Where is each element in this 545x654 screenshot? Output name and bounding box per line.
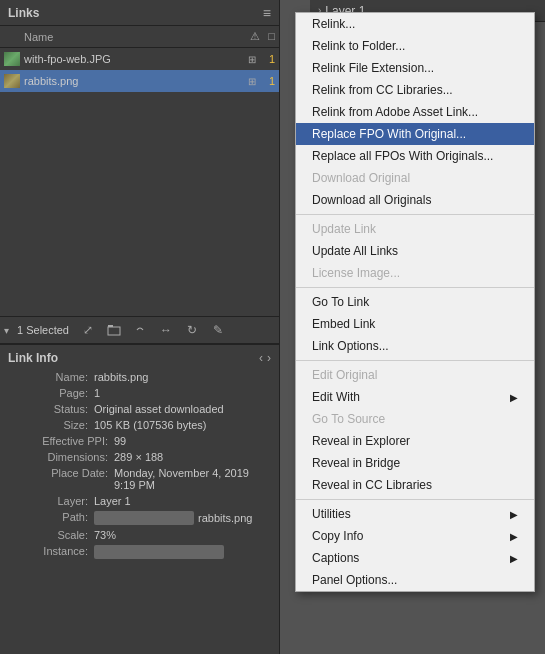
menu-item-label: Replace FPO With Original...	[312, 127, 466, 141]
info-label-page: Page:	[8, 387, 88, 399]
menu-item-label: License Image...	[312, 266, 400, 280]
menu-item-19[interactable]: Reveal in Bridge	[296, 452, 534, 474]
menu-item-13[interactable]: Embed Link	[296, 313, 534, 335]
menu-item-10[interactable]: Update All Links	[296, 240, 534, 262]
menu-item-11: License Image...	[296, 262, 534, 284]
page-number: 1	[263, 53, 275, 65]
menu-separator	[296, 287, 534, 288]
menu-item-label: Edit With	[312, 390, 360, 404]
col-name-header: Name	[4, 31, 250, 43]
menu-item-label: Download all Originals	[312, 193, 431, 207]
embed-button[interactable]: ↔	[155, 320, 177, 340]
menu-item-16[interactable]: Edit With▶	[296, 386, 534, 408]
menu-separator	[296, 360, 534, 361]
table-row[interactable]: rabbits.png ⊞ 1	[0, 70, 279, 92]
info-label-scale: Scale:	[8, 529, 88, 541]
col-icons-header: ⚠ □	[250, 30, 275, 43]
menu-item-6[interactable]: Replace all FPOs With Originals...	[296, 145, 534, 167]
table-row[interactable]: with-fpo-web.JPG ⊞ 1	[0, 48, 279, 70]
thumbnail-rabbit	[4, 74, 20, 88]
panel-header: Links ≡	[0, 0, 279, 26]
status-icon-link: ⊞	[245, 52, 259, 66]
info-row-instance: Instance:	[8, 545, 271, 559]
menu-item-5[interactable]: Replace FPO With Original...	[296, 123, 534, 145]
menu-item-label: Go To Source	[312, 412, 385, 426]
info-value-status: Original asset downloaded	[94, 403, 271, 415]
info-label-instance: Instance:	[8, 545, 88, 559]
menu-item-18[interactable]: Reveal in Explorer	[296, 430, 534, 452]
expand-icon[interactable]: ▾	[4, 325, 9, 336]
row-filename: with-fpo-web.JPG	[24, 53, 245, 65]
info-row-layer: Layer: Layer 1	[8, 495, 271, 507]
panel-toolbar: ▾ 1 Selected ⤢ ↔ ↻ ✎	[0, 316, 279, 344]
table-body: with-fpo-web.JPG ⊞ 1 rabbits.png ⊞ 1	[0, 48, 279, 92]
info-value-place-date: Monday, November 4, 2019 9:19 PM	[114, 467, 271, 491]
menu-item-label: Download Original	[312, 171, 410, 185]
info-label-ppi: Effective PPI:	[8, 435, 108, 447]
menu-item-21[interactable]: Utilities▶	[296, 503, 534, 525]
unlink-button[interactable]	[129, 320, 151, 340]
info-value-scale: 73%	[94, 529, 271, 541]
col-status-icon: ⚠	[250, 30, 260, 43]
relink-button[interactable]: ⤢	[77, 320, 99, 340]
info-label-layer: Layer:	[8, 495, 88, 507]
menu-item-label: Relink File Extension...	[312, 61, 434, 75]
thumbnail-fpo	[4, 52, 20, 66]
menu-item-3[interactable]: Relink from CC Libraries...	[296, 79, 534, 101]
info-row-size: Size: 105 KB (107536 bytes)	[8, 419, 271, 431]
menu-item-23[interactable]: Captions▶	[296, 547, 534, 569]
panel-title: Links	[8, 6, 39, 20]
info-label-path: Path:	[8, 511, 88, 525]
menu-item-label: Reveal in Explorer	[312, 434, 410, 448]
info-row-ppi: Effective PPI: 99	[8, 435, 271, 447]
info-value-ppi: 99	[114, 435, 271, 447]
info-row-scale: Scale: 73%	[8, 529, 271, 541]
info-value-page: 1	[94, 387, 271, 399]
menu-item-1[interactable]: Relink to Folder...	[296, 35, 534, 57]
menu-item-24[interactable]: Panel Options...	[296, 569, 534, 591]
menu-item-label: Relink...	[312, 17, 355, 31]
path-value-container: rabbits.png	[94, 511, 252, 525]
col-page-icon: □	[268, 30, 275, 43]
menu-item-label: Reveal in CC Libraries	[312, 478, 432, 492]
link-info-section: Link Info ‹ › Name: rabbits.png Page: 1 …	[0, 344, 279, 654]
info-value-name: rabbits.png	[94, 371, 271, 383]
link-info-header: Link Info ‹ ›	[8, 351, 271, 365]
menu-item-2[interactable]: Relink File Extension...	[296, 57, 534, 79]
relink-folder-button[interactable]	[103, 320, 125, 340]
info-row-page: Page: 1	[8, 387, 271, 399]
submenu-arrow-icon: ▶	[510, 392, 518, 403]
menu-item-22[interactable]: Copy Info▶	[296, 525, 534, 547]
context-menu: Relink...Relink to Folder...Relink File …	[295, 12, 535, 592]
menu-item-label: Relink from CC Libraries...	[312, 83, 453, 97]
next-nav-button[interactable]: ›	[267, 351, 271, 365]
refresh-button[interactable]: ↻	[181, 320, 203, 340]
panel-menu-icon[interactable]: ≡	[263, 5, 271, 21]
edit-button[interactable]: ✎	[207, 320, 229, 340]
info-row-name: Name: rabbits.png	[8, 371, 271, 383]
menu-item-label: Captions	[312, 551, 359, 565]
menu-item-label: Link Options...	[312, 339, 389, 353]
menu-item-9: Update Link	[296, 218, 534, 240]
menu-item-4[interactable]: Relink from Adobe Asset Link...	[296, 101, 534, 123]
menu-item-label: Embed Link	[312, 317, 375, 331]
submenu-arrow-icon: ▶	[510, 531, 518, 542]
menu-item-0[interactable]: Relink...	[296, 13, 534, 35]
info-row-path: Path: rabbits.png	[8, 511, 271, 525]
menu-item-label: Replace all FPOs With Originals...	[312, 149, 493, 163]
menu-item-label: Edit Original	[312, 368, 377, 382]
menu-item-14[interactable]: Link Options...	[296, 335, 534, 357]
links-panel: Links ≡ Name ⚠ □ with-fpo-web.JPG ⊞ 1 ra…	[0, 0, 280, 654]
menu-item-label: Update All Links	[312, 244, 398, 258]
info-label-name: Name:	[8, 371, 88, 383]
menu-item-12[interactable]: Go To Link	[296, 291, 534, 313]
menu-item-8[interactable]: Download all Originals	[296, 189, 534, 211]
svg-rect-0	[108, 327, 120, 335]
info-row-place-date: Place Date: Monday, November 4, 2019 9:1…	[8, 467, 271, 491]
menu-item-20[interactable]: Reveal in CC Libraries	[296, 474, 534, 496]
prev-nav-button[interactable]: ‹	[259, 351, 263, 365]
menu-separator	[296, 499, 534, 500]
info-row-status: Status: Original asset downloaded	[8, 403, 271, 415]
menu-item-label: Go To Link	[312, 295, 369, 309]
info-row-dimensions: Dimensions: 289 × 188	[8, 451, 271, 463]
